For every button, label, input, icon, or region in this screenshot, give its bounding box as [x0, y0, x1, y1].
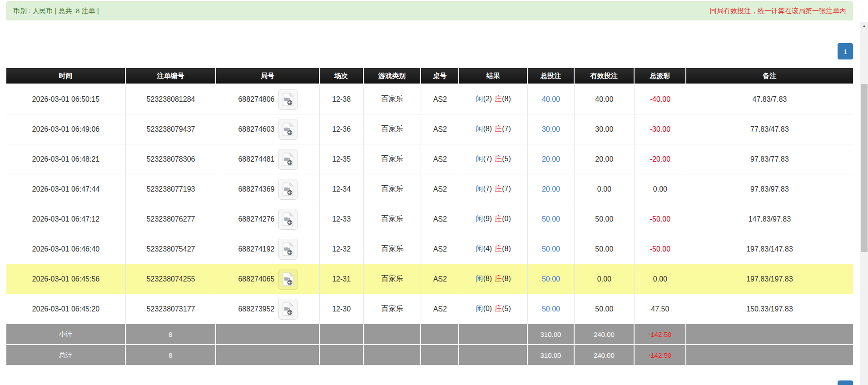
- header-table-no: 桌号: [421, 68, 459, 84]
- banker-label: 庄: [495, 155, 502, 163]
- round-cell: 688274192: [216, 234, 319, 264]
- video-replay-button[interactable]: [278, 119, 298, 140]
- valid-bet: 50.00: [575, 234, 635, 264]
- remark: 97.83/77.83: [686, 144, 853, 174]
- header-round-id: 局号: [216, 68, 319, 84]
- table-row: 2026-03-01 06:48:21 523238078306 6882744…: [6, 144, 853, 174]
- video-replay-button[interactable]: [278, 149, 298, 170]
- session-no: 12-34: [320, 174, 364, 204]
- video-replay-icon: [282, 272, 294, 286]
- bet-time: 2026-03-01 06:47:44: [6, 174, 126, 204]
- round-cell: 688274276: [216, 204, 319, 234]
- total-bet-cell: 20.00: [528, 174, 575, 204]
- bet-id: 523238074255: [126, 264, 216, 294]
- session-no: 12-32: [320, 234, 364, 264]
- subtotal-row: 小计 8 310.00 240.00 -142.50: [6, 324, 853, 345]
- player-label: 闲: [476, 155, 483, 163]
- player-score: (8): [483, 125, 492, 133]
- round-id: 688274192: [238, 245, 274, 253]
- round-id: 688274065: [238, 275, 274, 283]
- subtotal-total-bet: 310.00: [528, 324, 575, 345]
- remark: 150.33/197.83: [686, 294, 853, 324]
- banker-score: (5): [502, 305, 511, 312]
- header-valid-bet: 有效投注: [575, 68, 635, 84]
- valid-bet: 0.00: [575, 174, 635, 204]
- total-label: 总计: [6, 345, 126, 366]
- session-no: 12-31: [320, 264, 364, 294]
- bet-records-table: 时间 注单编号 局号 场次 游戏类别 桌号 结果 总投注 有效投注 总派彩 备注…: [6, 68, 853, 366]
- total-bet-link[interactable]: 40.00: [542, 95, 560, 103]
- header-payout: 总派彩: [635, 68, 686, 84]
- total-bet-link[interactable]: 50.00: [542, 275, 560, 283]
- session-no: 12-36: [320, 114, 364, 144]
- table-row: 2026-03-01 06:49:06 523238079437 6882746…: [6, 114, 853, 144]
- header-time: 时间: [6, 68, 126, 84]
- header-session: 场次: [320, 68, 364, 84]
- scrollbar-thumb[interactable]: [861, 84, 868, 252]
- round-id: 688274603: [238, 125, 274, 133]
- session-no: 12-33: [320, 204, 364, 234]
- video-replay-button[interactable]: [278, 179, 298, 200]
- video-replay-button[interactable]: [278, 299, 298, 320]
- valid-bet: 40.00: [575, 84, 635, 114]
- payout: -50.00: [635, 204, 686, 234]
- total-bet-link[interactable]: 20.00: [542, 185, 560, 193]
- video-replay-icon: [282, 183, 294, 196]
- game-type: 百家乐: [364, 174, 422, 204]
- table-row: 2026-03-01 06:45:56 523238074255 6882740…: [6, 264, 853, 294]
- result-cell: 闲(0)庄(5): [459, 294, 528, 324]
- bet-time: 2026-03-01 06:49:06: [6, 114, 126, 144]
- video-replay-button[interactable]: [278, 239, 298, 260]
- round-cell: 688274603: [216, 114, 319, 144]
- total-bet-link[interactable]: 30.00: [542, 125, 560, 133]
- table-row: 2026-03-01 06:45:20 523238073177 6882739…: [6, 294, 853, 324]
- banker-label: 庄: [495, 245, 502, 252]
- remark: 197.83/197.83: [686, 264, 853, 294]
- banker-label: 庄: [495, 95, 502, 103]
- video-replay-button[interactable]: [278, 89, 298, 110]
- total-count: 8: [126, 345, 216, 366]
- total-valid-bet: 240.00: [575, 345, 635, 366]
- remark: 147.83/97.83: [686, 204, 853, 234]
- table-no: AS2: [421, 144, 459, 174]
- round-id: 688274481: [238, 155, 274, 163]
- total-bet-cell: 50.00: [528, 234, 575, 264]
- total-bet-link[interactable]: 50.00: [542, 215, 560, 223]
- round-id: 688273952: [238, 305, 274, 313]
- header-result: 结果: [459, 68, 528, 84]
- video-replay-icon: [282, 153, 294, 166]
- banker-label: 庄: [495, 275, 502, 282]
- total-bet-link[interactable]: 50.00: [542, 305, 560, 313]
- valid-bet: 50.00: [575, 294, 635, 324]
- game-type: 百家乐: [364, 84, 422, 114]
- banker-label: 庄: [495, 305, 502, 312]
- bet-time: 2026-03-01 06:46:40: [6, 234, 126, 264]
- video-replay-button[interactable]: [278, 269, 298, 290]
- result-cell: 闲(2)庄(8): [459, 84, 528, 114]
- total-bet-cell: 40.00: [528, 84, 575, 114]
- table-header: 时间 注单编号 局号 场次 游戏类别 桌号 结果 总投注 有效投注 总派彩 备注: [6, 68, 853, 84]
- bet-history-page: 币别 : 人民币 | 总共 :8 注单 | 同局有效投注，统一计算在该局第一张注…: [0, 0, 868, 385]
- video-replay-button[interactable]: [278, 209, 298, 230]
- scrollbar[interactable]: ▲: [860, 22, 868, 385]
- valid-bet: 0.00: [575, 264, 635, 294]
- table-row: 2026-03-01 06:47:44 523238077193 6882743…: [6, 174, 853, 204]
- total-bet-link[interactable]: 50.00: [542, 245, 560, 253]
- table-no: AS2: [421, 174, 459, 204]
- game-type: 百家乐: [364, 234, 422, 264]
- remark: 47.83/7.83: [686, 84, 853, 114]
- bet-id: 523238078306: [126, 144, 216, 174]
- total-row: 总计 8 310.00 240.00 -142.50: [6, 345, 853, 366]
- banker-score: (0): [502, 215, 511, 222]
- page-1-button[interactable]: 1: [838, 43, 853, 59]
- video-replay-icon: [282, 123, 294, 136]
- table-no: AS2: [421, 234, 459, 264]
- banker-score: (7): [502, 125, 511, 133]
- scroll-up-arrow-icon[interactable]: ▲: [860, 22, 868, 30]
- total-bet-cell: 30.00: [528, 114, 575, 144]
- page-1-button[interactable]: 1: [838, 380, 853, 385]
- total-bet-link[interactable]: 20.00: [542, 155, 560, 163]
- valid-bet: 30.00: [575, 114, 635, 144]
- round-id: 688274369: [238, 185, 274, 193]
- remark: 197.83/147.83: [686, 234, 853, 264]
